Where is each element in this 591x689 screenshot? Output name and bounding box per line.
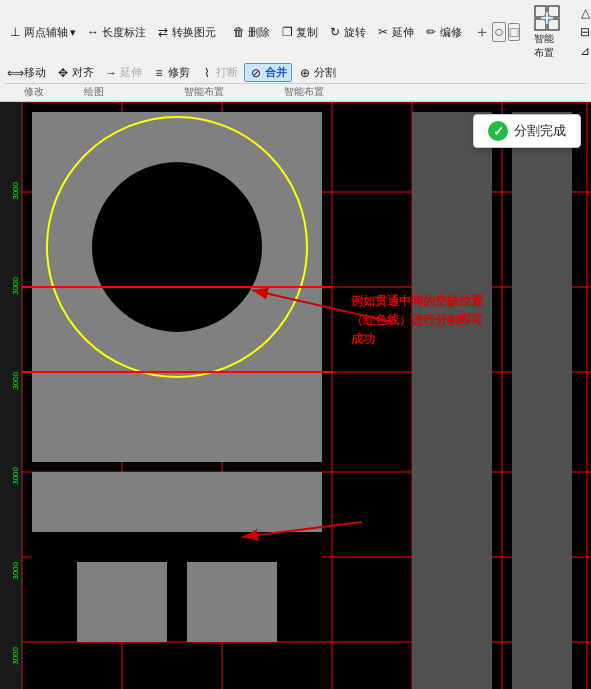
ruler-tick-2: 3000 bbox=[0, 277, 22, 295]
set-slope-icon: ⊿ bbox=[578, 44, 591, 58]
length-dim-icon: ↔ bbox=[86, 25, 100, 39]
split-icon: ⊘ bbox=[249, 66, 263, 80]
section-icon: ⊟ bbox=[578, 25, 591, 39]
draw-section-label: 绘图 bbox=[84, 85, 104, 99]
merge-icon: ⊕ bbox=[298, 66, 312, 80]
btn-set-slope[interactable]: ⊿ 设置边坡 bbox=[574, 43, 591, 60]
right-tools-group: △ 三点变斜▼ ⊟ 设置变截面 ⊿ 设置边坡 bbox=[574, 5, 591, 60]
btn-split[interactable]: ⊘ 合并 bbox=[244, 63, 292, 82]
btn-length-dim[interactable]: ↔ 长度标注 bbox=[82, 24, 150, 41]
toolbar-row-2: ⟺ 移动 ✥ 对齐 → 延伸 ≡ 修剪 ⌇ 打断 ⊘ 合并 ⊕ 分割 bbox=[4, 63, 587, 82]
canvas-area[interactable]: 3000 3000 3000 3000 3000 3000 bbox=[0, 102, 591, 689]
align-icon: ≡ bbox=[152, 66, 166, 80]
success-text: 分割完成 bbox=[514, 122, 566, 140]
drawing-canvas bbox=[22, 102, 591, 689]
ruler-tick-5: 3000 bbox=[0, 562, 22, 580]
btn-convert-element[interactable]: ⇄ 转换图元 bbox=[152, 24, 220, 41]
modify-section-label: 修改 bbox=[24, 85, 44, 99]
btn-set-section[interactable]: ⊟ 设置变截面 bbox=[574, 24, 591, 41]
rect-shape-icon: □ bbox=[508, 23, 520, 41]
btn-rotate[interactable]: ↻ 旋转 bbox=[324, 24, 370, 41]
svg-rect-27 bbox=[32, 532, 322, 562]
callout-annotation: 例如贯通中间的空缺位置（红色线）进行分割即可成功 bbox=[351, 292, 491, 350]
ruler-tick-3: 3000 bbox=[0, 372, 22, 390]
plus-shape-icon: ＋ bbox=[474, 22, 490, 43]
btn-copy[interactable]: ❐ 复制 bbox=[276, 24, 322, 41]
ruler-left: 3000 3000 3000 3000 3000 3000 bbox=[0, 102, 22, 689]
smart-layout-icon bbox=[533, 4, 561, 32]
edit-icon: ✏ bbox=[424, 25, 438, 39]
btn-align[interactable]: ≡ 修剪 bbox=[148, 64, 194, 81]
btn-move[interactable]: ✥ 对齐 bbox=[52, 64, 98, 81]
btn-trim[interactable]: ✂ 延伸 bbox=[372, 24, 418, 41]
slope-icon: △ bbox=[578, 6, 591, 20]
svg-rect-26 bbox=[32, 472, 322, 532]
ruler-tick-4: 3000 bbox=[0, 467, 22, 485]
convert-icon: ⇄ bbox=[156, 25, 170, 39]
svg-rect-29 bbox=[187, 562, 277, 642]
btn-delete[interactable]: 🗑 删除 bbox=[228, 24, 274, 41]
svg-rect-32 bbox=[412, 112, 492, 689]
toolbar-section-labels: 修改 绘图 智能布置 智能布置 bbox=[4, 83, 587, 99]
toolbar: ⊥ 两点辅轴▾ ↔ 长度标注 ⇄ 转换图元 🗑 删除 ❐ 复制 ↻ 旋转 ✂ 延… bbox=[0, 0, 591, 102]
ruler-tick-1: 3000 bbox=[0, 182, 22, 200]
extend-icon: → bbox=[104, 66, 118, 80]
btn-two-point-axis[interactable]: ⊥ 两点辅轴▾ bbox=[4, 24, 80, 41]
rotate-icon: ↻ bbox=[328, 25, 342, 39]
callout-text: 例如贯通中间的空缺位置（红色线）进行分割即可成功 bbox=[351, 292, 491, 350]
check-icon: ✓ bbox=[488, 121, 508, 141]
copy-icon: ❐ bbox=[280, 25, 294, 39]
svg-rect-28 bbox=[77, 562, 167, 642]
btn-merge[interactable]: ⊕ 分割 bbox=[294, 64, 340, 81]
ruler-tick-6: 3000 bbox=[0, 647, 22, 665]
mirror-icon: ⟺ bbox=[8, 66, 22, 80]
smart-section-label: 智能布置 bbox=[184, 85, 224, 99]
toolbar-row-1: ⊥ 两点辅轴▾ ↔ 长度标注 ⇄ 转换图元 🗑 删除 ❐ 复制 ↻ 旋转 ✂ 延… bbox=[4, 2, 587, 62]
two-point-axis-icon: ⊥ bbox=[8, 25, 22, 39]
svg-point-24 bbox=[92, 162, 262, 332]
smart-section-label2: 智能布置 bbox=[284, 85, 324, 99]
btn-extend[interactable]: → 延伸 bbox=[100, 64, 146, 81]
btn-edit[interactable]: ✏ 编修 bbox=[420, 24, 466, 41]
plus-icon-group: ＋ ○ □ bbox=[474, 22, 520, 43]
btn-three-point-slope[interactable]: △ 三点变斜▼ bbox=[574, 5, 591, 22]
move-icon: ✥ bbox=[56, 66, 70, 80]
btn-break[interactable]: ⌇ 打断 bbox=[196, 64, 242, 81]
btn-mirror[interactable]: ⟺ 移动 bbox=[4, 64, 50, 81]
svg-rect-33 bbox=[512, 112, 572, 689]
circle-shape-icon: ○ bbox=[492, 22, 506, 42]
trim-icon: ✂ bbox=[376, 25, 390, 39]
delete-icon: 🗑 bbox=[232, 25, 246, 39]
break-icon: ⌇ bbox=[200, 66, 214, 80]
btn-smart-layout[interactable]: 智能布置 bbox=[528, 2, 566, 62]
success-notice: ✓ 分割完成 bbox=[473, 114, 581, 148]
